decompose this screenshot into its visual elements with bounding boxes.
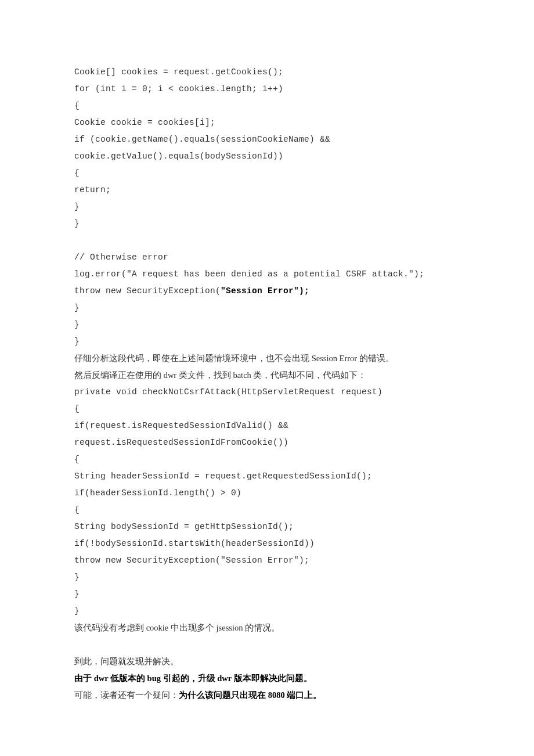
- text-line: if(!bodySessionId.startsWith(headerSessi…: [74, 535, 460, 552]
- text-line: 由于 dwr 低版本的 bug 引起的，升级 dwr 版本即解决此问题。: [74, 670, 460, 687]
- text-line: }: [74, 333, 460, 350]
- text-line: for (int i = 0; i < cookies.length; i++): [74, 81, 460, 98]
- document-page: Cookie[] cookies = request.getCookies();…: [0, 0, 534, 739]
- text-line: }: [74, 603, 460, 620]
- text-span: 为什么该问题只出现在 8080 端口上。: [179, 690, 322, 700]
- text-line: }: [74, 215, 460, 232]
- text-line: {: [74, 98, 460, 114]
- text-line: if (cookie.getName().equals(sessionCooki…: [74, 131, 460, 165]
- text-line: throw new SecurityException("Session Err…: [74, 552, 460, 569]
- text-line: throw new SecurityException("Session Err…: [74, 283, 460, 300]
- text-span: 可能，读者还有一个疑问：: [74, 690, 179, 700]
- text-line: Cookie cookie = cookies[i];: [74, 114, 460, 131]
- text-line: if(headerSessionId.length() > 0): [74, 485, 460, 502]
- text-line: 然后反编译正在使用的 dwr 类文件，找到 batch 类，代码却不同，代码如下…: [74, 367, 460, 384]
- text-line: }: [74, 586, 460, 603]
- text-line: }: [74, 316, 460, 333]
- text-line: [74, 636, 460, 653]
- text-span: throw new SecurityException(: [74, 286, 221, 296]
- text-line: [74, 232, 460, 249]
- text-line: private void checkNotCsrfAttack(HttpServ…: [74, 384, 460, 401]
- text-line: if(request.isRequestedSessionIdValid() &…: [74, 417, 460, 451]
- text-line: }: [74, 199, 460, 215]
- text-line: 仔细分析这段代码，即使在上述问题情境环境中，也不会出现 Session Erro…: [74, 350, 460, 367]
- text-line: // Otherwise error: [74, 249, 460, 266]
- text-line: log.error("A request has been denied as …: [74, 266, 460, 283]
- text-line: String headerSessionId = request.getRequ…: [74, 468, 460, 485]
- text-line: {: [74, 502, 460, 519]
- text-line: String bodySessionId = getHttpSessionId(…: [74, 519, 460, 535]
- text-line: return;: [74, 182, 460, 199]
- text-line: }: [74, 300, 460, 316]
- text-line: 可能，读者还有一个疑问：为什么该问题只出现在 8080 端口上。: [74, 687, 460, 704]
- text-line: {: [74, 401, 460, 417]
- text-line: {: [74, 165, 460, 182]
- document-body: Cookie[] cookies = request.getCookies();…: [74, 64, 460, 704]
- text-line: }: [74, 569, 460, 586]
- text-line: {: [74, 451, 460, 468]
- text-line: Cookie[] cookies = request.getCookies();: [74, 64, 460, 81]
- text-span: "Session Error");: [221, 286, 309, 296]
- text-line: 到此，问题就发现并解决。: [74, 653, 460, 670]
- text-line: 该代码没有考虑到 cookie 中出现多个 jsession 的情况。: [74, 620, 460, 636]
